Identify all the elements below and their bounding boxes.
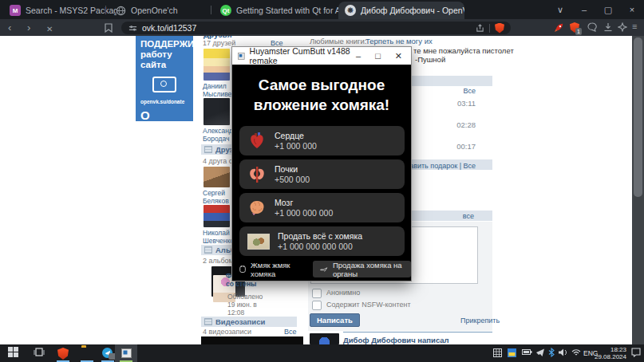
- active-app-button[interactable]: [115, 344, 137, 362]
- quote-text: те мне пожалуйста пистолет: [413, 46, 514, 55]
- friend-avatar[interactable]: [203, 167, 230, 187]
- tray-bluetooth-icon[interactable]: [548, 348, 555, 357]
- brain-organ-icon: [247, 199, 267, 218]
- stop-icon[interactable]: ✕: [46, 23, 53, 35]
- post-submit-button[interactable]: Написать: [310, 313, 360, 327]
- tray-grid-icon[interactable]: [493, 348, 502, 357]
- tab-openvk-active[interactable]: ❋ Дибоф Дибофович - OpenVK ×: [338, 2, 464, 19]
- popup-maximize-button[interactable]: □: [375, 51, 381, 61]
- share-icon[interactable]: [476, 24, 484, 33]
- friend-avatar[interactable]: [203, 205, 230, 227]
- friend-avatar[interactable]: [203, 98, 230, 125]
- donate-url: openvk.su/donate: [140, 96, 188, 107]
- books-label: Любимые книги:: [310, 37, 367, 45]
- audio-duration: 03:11: [457, 99, 476, 108]
- rewards-icon[interactable]: [618, 22, 627, 32]
- audios-all-link[interactable]: Все: [463, 87, 476, 95]
- sell-organs-tab[interactable]: Продажа хомяка на органы: [313, 261, 411, 277]
- quote-author: -Пушной: [415, 55, 445, 64]
- rocket-extension-icon[interactable]: [554, 22, 564, 33]
- clock-date: 29.08.2024: [595, 353, 626, 360]
- chat-extension-icon[interactable]: [587, 22, 597, 32]
- tray-battery-icon[interactable]: [522, 348, 532, 356]
- nsfw-checkbox-row[interactable]: Содержит NSFW-контент: [312, 301, 411, 310]
- videos-all-link[interactable]: Все: [284, 328, 297, 336]
- brave-taskbar-icon[interactable]: [57, 348, 69, 360]
- clock-time: 18:23: [595, 346, 626, 353]
- tab-msys2[interactable]: M Search - MSYS2 Packages: [3, 2, 117, 19]
- tab-divider: [105, 6, 106, 14]
- msys2-favicon: M: [10, 5, 21, 16]
- download-icon[interactable]: [603, 22, 613, 32]
- item-name: Почки: [275, 163, 310, 175]
- donate-banner[interactable]: ПОДДЕРЖИ работу сайта openvk.su/donate O: [136, 36, 193, 121]
- taskbar: ENG 18:23 29.08.2024: [0, 344, 644, 362]
- sell-everything-button[interactable]: Продать всё с хомяка +1 000 000 000 000: [239, 226, 405, 256]
- anonymous-checkbox-row[interactable]: Анонимно: [312, 289, 360, 298]
- knife-icon: [320, 266, 328, 273]
- hamster-icon: [239, 264, 246, 274]
- sell-kidneys-button[interactable]: Почки +500 000: [239, 159, 405, 189]
- item-value: +1 000 000: [275, 141, 317, 151]
- video-thumbnail[interactable]: [201, 336, 303, 344]
- sell-brain-button[interactable]: Мозг +1 000 000 000: [239, 193, 405, 222]
- donate-line: сайта: [140, 60, 188, 70]
- tab-title: Дибоф Дибофович - OpenVK: [361, 6, 464, 15]
- popup-close-button[interactable]: ✕: [395, 51, 402, 61]
- site-settings-icon[interactable]: [128, 24, 137, 33]
- organs-photo-icon: [247, 234, 270, 250]
- videos-section-header[interactable]: Видеозаписи: [201, 317, 297, 327]
- tab-title: Getting Started with Qt for Android: [236, 6, 348, 15]
- friend-avatar[interactable]: [203, 49, 230, 81]
- brave-menu-icon[interactable]: 1: [570, 22, 579, 33]
- popup-titlebar[interactable]: Huyamster CumButt v1488 remake – □ ✕: [232, 47, 411, 65]
- checkbox-icon[interactable]: [312, 289, 322, 298]
- browser-tab-strip: M Search - MSYS2 Packages OpenOne'ch Qt …: [0, 0, 644, 19]
- tap-hamster-tab[interactable]: Жмяк жмяк хомяка: [232, 261, 306, 277]
- maximize-button[interactable]: ▢: [596, 5, 620, 15]
- telegram-icon[interactable]: [102, 348, 113, 358]
- brave-shields-icon[interactable]: [495, 23, 504, 33]
- back-icon[interactable]: ‹: [8, 22, 11, 33]
- videos-count: 4 видеозаписи: [203, 328, 251, 336]
- forward-icon[interactable]: ›: [27, 22, 30, 33]
- attach-link[interactable]: Прикрепить: [460, 317, 500, 325]
- task-view-icon[interactable]: [34, 347, 45, 357]
- tray-telegram-icon[interactable]: [536, 348, 544, 356]
- taskbar-clock[interactable]: 18:23 29.08.2024: [595, 346, 626, 360]
- wall-all-link[interactable]: все: [463, 212, 474, 220]
- start-button-icon[interactable]: [8, 347, 18, 357]
- minimize-button[interactable]: –: [572, 5, 596, 14]
- section-icon: [204, 318, 212, 325]
- url-text: ovk.to/id12537: [142, 23, 196, 33]
- popup-minimize-button[interactable]: –: [356, 51, 361, 61]
- item-name: Сердце: [275, 130, 317, 141]
- post-author-avatar[interactable]: [310, 333, 339, 344]
- action-center-icon[interactable]: [631, 348, 641, 357]
- audio-duration: 00:17: [456, 142, 476, 151]
- checkbox-icon[interactable]: [312, 301, 322, 310]
- bookmark-icon[interactable]: [105, 23, 113, 33]
- tab-openone[interactable]: OpenOne'ch: [109, 2, 220, 19]
- tray-network-icon[interactable]: [571, 348, 581, 356]
- tray-volume-icon[interactable]: [559, 348, 568, 356]
- popup-title: Huyamster CumButt v1488 remake: [250, 46, 351, 65]
- address-bar[interactable]: ovk.to/id12537: [121, 22, 511, 34]
- item-name: Мозг: [275, 197, 333, 208]
- sell-heart-button[interactable]: Сердце +1 000 000: [239, 126, 405, 155]
- close-button[interactable]: ×: [620, 5, 644, 14]
- scrollbar-thumb[interactable]: [634, 37, 642, 197]
- app-icon: [238, 52, 245, 61]
- section-icon: [204, 246, 212, 254]
- tray-color-app-icon[interactable]: [508, 348, 516, 357]
- tab-qt[interactable]: Qt Getting Started with Qt for Android: [214, 2, 348, 19]
- huyamster-window: Huyamster CumButt v1488 remake – □ ✕ Сам…: [231, 46, 412, 281]
- books-value-link[interactable]: Терпеть не могу их: [365, 37, 433, 45]
- tabs-menu-icon[interactable]: ∨: [548, 5, 572, 15]
- item-value: +1 000 000 000: [275, 208, 333, 218]
- section-icon: [204, 146, 212, 153]
- menu-icon[interactable]: ≡: [632, 22, 637, 31]
- globe-favicon: [115, 5, 126, 16]
- banknote-icon: [152, 77, 176, 92]
- post-author-line[interactable]: Дибоф Дибофович написал: [343, 332, 492, 344]
